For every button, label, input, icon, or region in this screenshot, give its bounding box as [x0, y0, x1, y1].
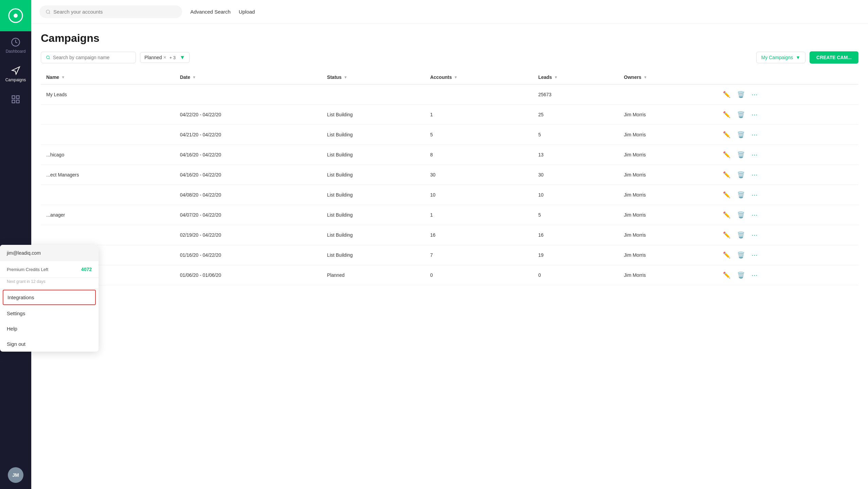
- edit-button[interactable]: ✏️: [720, 170, 733, 180]
- more-button[interactable]: ⋯: [749, 150, 760, 160]
- more-button[interactable]: ⋯: [749, 89, 760, 100]
- delete-button[interactable]: 🗑️: [734, 170, 747, 180]
- delete-button[interactable]: 🗑️: [734, 190, 747, 200]
- cell-date: [174, 84, 322, 105]
- svg-line-8: [49, 13, 50, 14]
- cell-actions: ✏️ 🗑️ ⋯: [715, 125, 858, 145]
- upload-link[interactable]: Upload: [239, 9, 255, 15]
- edit-button[interactable]: ✏️: [720, 210, 733, 220]
- more-button[interactable]: ⋯: [749, 210, 760, 220]
- sidebar: Dashboard Campaigns JM: [0, 0, 31, 489]
- svg-point-7: [46, 10, 50, 13]
- actions-cell: ✏️ 🗑️ ⋯: [720, 270, 853, 280]
- cell-status: [322, 84, 424, 105]
- actions-cell: ✏️ 🗑️ ⋯: [720, 170, 853, 180]
- edit-button[interactable]: ✏️: [720, 230, 733, 240]
- dropdown-item-help[interactable]: Help: [0, 321, 99, 336]
- cell-actions: ✏️ 🗑️ ⋯: [715, 165, 858, 185]
- cell-actions: ✏️ 🗑️ ⋯: [715, 205, 858, 225]
- delete-button[interactable]: 🗑️: [734, 150, 747, 160]
- account-search-box[interactable]: [39, 5, 182, 18]
- more-button[interactable]: ⋯: [749, 190, 760, 200]
- col-header-accounts[interactable]: Accounts ▼: [425, 70, 533, 84]
- delete-button[interactable]: 🗑️: [734, 130, 747, 140]
- avatar[interactable]: JM: [8, 467, 23, 483]
- sidebar-item-campaigns[interactable]: Campaigns: [0, 60, 31, 88]
- col-header-owners[interactable]: Owners ▼: [619, 70, 715, 84]
- delete-button[interactable]: 🗑️: [734, 270, 747, 280]
- delete-button[interactable]: 🗑️: [734, 210, 747, 220]
- cell-leads: 10: [533, 185, 619, 205]
- delete-button[interactable]: 🗑️: [734, 250, 747, 260]
- dropdown-credits-value: 4072: [81, 267, 92, 272]
- cell-name: ...hicago: [41, 145, 174, 165]
- edit-button[interactable]: ✏️: [720, 250, 733, 260]
- actions-cell: ✏️ 🗑️ ⋯: [720, 250, 853, 260]
- table-row: ...ect Managers04/16/20 - 04/22/20List B…: [41, 165, 858, 185]
- cell-status: List Building: [322, 225, 424, 245]
- delete-button[interactable]: 🗑️: [734, 230, 747, 240]
- actions-cell: ✏️ 🗑️ ⋯: [720, 230, 853, 240]
- topbar: Advanced Search Upload: [31, 0, 868, 24]
- cell-name: [41, 185, 174, 205]
- delete-button[interactable]: 🗑️: [734, 89, 747, 100]
- more-button[interactable]: ⋯: [749, 230, 760, 240]
- account-search-input[interactable]: [53, 9, 176, 15]
- cell-leads: 30: [533, 165, 619, 185]
- cell-actions: ✏️ 🗑️ ⋯: [715, 105, 858, 125]
- col-header-name[interactable]: Name ▼: [41, 70, 174, 84]
- more-button[interactable]: ⋯: [749, 109, 760, 120]
- delete-button[interactable]: 🗑️: [734, 109, 747, 120]
- edit-button[interactable]: ✏️: [720, 190, 733, 200]
- edit-button[interactable]: ✏️: [720, 109, 733, 120]
- create-campaign-button[interactable]: CREATE CAM...: [810, 51, 858, 64]
- actions-cell: ✏️ 🗑️ ⋯: [720, 190, 853, 200]
- campaign-search-icon: [46, 55, 50, 60]
- more-button[interactable]: ⋯: [749, 270, 760, 280]
- advanced-search-link[interactable]: Advanced Search: [190, 9, 230, 15]
- my-campaigns-select[interactable]: My Campaigns ▼: [756, 52, 805, 63]
- cell-accounts: 0: [425, 265, 533, 285]
- cell-date: 04/22/20 - 04/22/20: [174, 105, 322, 125]
- col-header-status[interactable]: Status ▼: [322, 70, 424, 84]
- table-row: 04/22/20 - 04/22/20List Building125Jim M…: [41, 105, 858, 125]
- cell-status: List Building: [322, 205, 424, 225]
- page-content: Campaigns Planned ✕ + 3 ▼ My Campaigns: [31, 24, 868, 489]
- filter-chevron-icon[interactable]: ▼: [180, 54, 185, 61]
- cell-name: [41, 105, 174, 125]
- campaign-search-box[interactable]: [41, 52, 136, 63]
- col-header-date[interactable]: Date ▼: [174, 70, 322, 84]
- main-content: Advanced Search Upload Campaigns Planned…: [31, 0, 868, 489]
- edit-button[interactable]: ✏️: [720, 270, 733, 280]
- edit-button[interactable]: ✏️: [720, 150, 733, 160]
- more-button[interactable]: ⋯: [749, 130, 760, 140]
- cell-actions: ✏️ 🗑️ ⋯: [715, 84, 858, 105]
- dropdown-item-settings[interactable]: Settings: [0, 306, 99, 321]
- edit-button[interactable]: ✏️: [720, 89, 733, 100]
- svg-line-10: [49, 58, 50, 59]
- cell-owners: Jim Morris: [619, 185, 715, 205]
- my-campaigns-chevron-icon: ▼: [796, 55, 800, 60]
- cell-accounts: 16: [425, 225, 533, 245]
- cell-owners: Jim Morris: [619, 205, 715, 225]
- table-row: ...hicago04/16/20 - 04/22/20List Buildin…: [41, 145, 858, 165]
- cell-date: 01/16/20 - 04/22/20: [174, 245, 322, 265]
- cell-status: List Building: [322, 185, 424, 205]
- sidebar-item-grid[interactable]: [0, 88, 31, 110]
- sidebar-item-label-dashboard: Dashboard: [6, 49, 26, 54]
- cell-leads: 13: [533, 145, 619, 165]
- edit-button[interactable]: ✏️: [720, 130, 733, 140]
- more-button[interactable]: ⋯: [749, 250, 760, 260]
- filter-pills[interactable]: Planned ✕ + 3 ▼: [140, 52, 190, 63]
- dropdown-item-signout[interactable]: Sign out: [0, 336, 99, 352]
- sidebar-item-dashboard[interactable]: Dashboard: [0, 31, 31, 60]
- cell-status: List Building: [322, 145, 424, 165]
- svg-rect-5: [12, 100, 15, 103]
- cell-accounts: 10: [425, 185, 533, 205]
- more-button[interactable]: ⋯: [749, 170, 760, 180]
- dropdown-item-integrations[interactable]: Integrations: [3, 290, 96, 305]
- logo[interactable]: [0, 0, 31, 31]
- filter-pill-close[interactable]: ✕: [163, 55, 167, 60]
- campaign-search-input[interactable]: [53, 55, 131, 60]
- col-header-leads[interactable]: Leads ▼: [533, 70, 619, 84]
